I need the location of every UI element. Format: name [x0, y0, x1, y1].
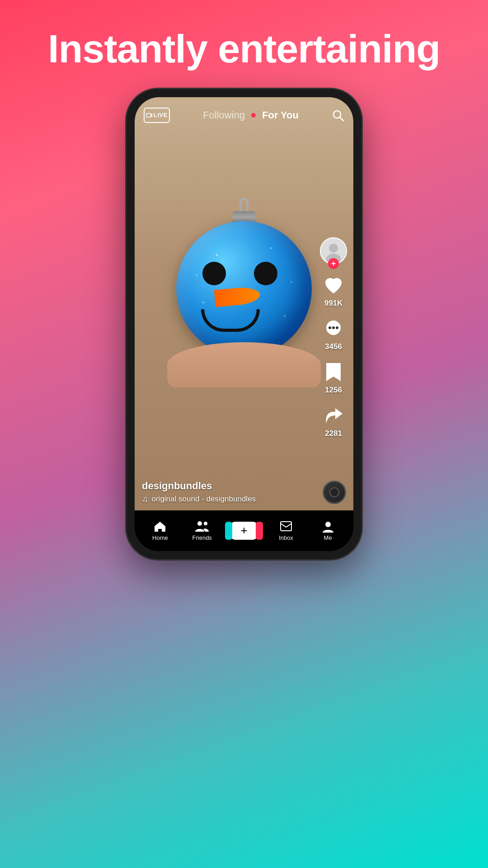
friends-label: Friends: [192, 534, 212, 541]
eye-right: [254, 262, 277, 285]
svg-point-10: [336, 326, 338, 329]
svg-line-3: [340, 117, 343, 121]
comment-count: 3456: [325, 342, 342, 351]
nav-friends[interactable]: Friends: [181, 520, 223, 541]
svg-point-12: [204, 522, 207, 525]
svg-point-11: [197, 521, 202, 526]
share-icon: [322, 404, 345, 427]
ornament-ball: [176, 221, 312, 357]
avatar-container[interactable]: +: [320, 237, 347, 264]
svg-rect-13: [281, 522, 291, 531]
bottom-info: designbundles ♫ original sound - designb…: [142, 480, 317, 504]
add-button[interactable]: +: [230, 522, 258, 540]
eye-left: [202, 262, 226, 285]
like-count: 991K: [324, 299, 343, 308]
search-button[interactable]: [332, 109, 344, 122]
username-label: designbundles: [142, 480, 317, 492]
foryou-tab[interactable]: For You: [262, 109, 299, 121]
video-area[interactable]: LIVE Following For You: [135, 97, 353, 510]
bookmark-count: 1256: [325, 386, 342, 395]
svg-point-8: [328, 326, 331, 329]
svg-point-9: [332, 326, 335, 329]
headline: Instantly entertaining: [21, 0, 467, 89]
following-tab[interactable]: Following: [203, 109, 245, 121]
like-action[interactable]: 991K: [322, 274, 345, 308]
home-label: Home: [152, 534, 168, 541]
inbox-icon: [280, 520, 292, 533]
sound-text: original sound - designbundles: [152, 495, 256, 504]
comment-icon: [322, 317, 345, 340]
phone-screen: LIVE Following For You: [135, 97, 353, 551]
share-action[interactable]: 2281: [322, 404, 345, 438]
ornament-nose: [214, 286, 261, 307]
bottom-nav: Home Friends +: [135, 510, 353, 551]
me-label: Me: [324, 534, 332, 541]
music-disc[interactable]: [323, 481, 346, 504]
follow-plus-button[interactable]: +: [328, 258, 339, 269]
music-note-icon: ♫: [142, 495, 148, 504]
bookmark-icon: [322, 360, 345, 384]
ornament-hook: [239, 198, 249, 212]
nav-add[interactable]: +: [223, 522, 265, 540]
live-badge[interactable]: LIVE: [144, 108, 170, 123]
nav-home[interactable]: Home: [139, 520, 181, 541]
home-icon: [154, 520, 166, 533]
notification-dot: [251, 113, 256, 118]
ornament-smile: [201, 309, 260, 332]
top-bar: LIVE Following For You: [135, 97, 353, 133]
inbox-label: Inbox: [279, 534, 293, 541]
right-sidebar: + 991K: [320, 237, 347, 438]
svg-rect-0: [146, 113, 151, 117]
like-icon: [322, 274, 345, 297]
svg-point-14: [325, 522, 331, 527]
hands: [167, 342, 321, 387]
comment-action[interactable]: 3456: [322, 317, 345, 351]
sound-info[interactable]: ♫ original sound - designbundles: [142, 495, 317, 504]
nav-tabs: Following For You: [203, 109, 299, 121]
svg-point-5: [329, 244, 338, 253]
nav-inbox[interactable]: Inbox: [265, 520, 307, 541]
me-icon: [322, 520, 334, 533]
bookmark-action[interactable]: 1256: [322, 360, 345, 395]
nav-me[interactable]: Me: [307, 520, 349, 541]
share-count: 2281: [325, 429, 342, 438]
phone-wrapper: LIVE Following For You: [127, 89, 361, 559]
friends-icon: [195, 520, 209, 533]
